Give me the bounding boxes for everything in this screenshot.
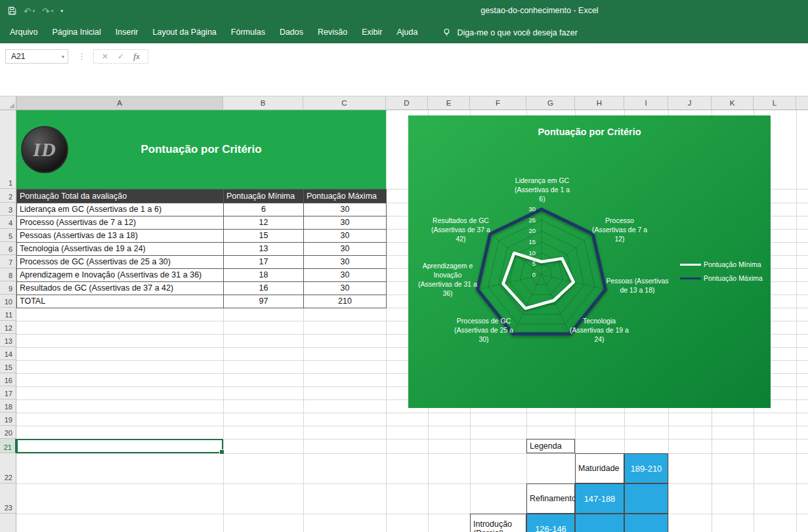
tell-me-box[interactable]: Diga-me o que você deseja fazer [442, 28, 577, 37]
cancel-icon[interactable]: ✕ [102, 52, 108, 61]
table-cell[interactable]: 15 [224, 230, 304, 243]
legend-level-label[interactable]: Introdução (Parcial) [470, 514, 526, 532]
table-header-cell[interactable]: Pontuação Mínima [224, 190, 304, 203]
fill-handle[interactable] [219, 449, 224, 455]
table-cell[interactable]: 18 [224, 269, 304, 282]
undo-button[interactable]: ↶ ▾ [24, 6, 35, 16]
legend-fill-cell[interactable] [624, 483, 668, 514]
row-header-5[interactable]: 5 [0, 229, 16, 242]
legend-level-range[interactable]: 147-188 [575, 483, 624, 514]
tab-pagina-inicial[interactable]: Página Inicial [45, 22, 108, 43]
legend-level-range[interactable]: 189-210 [624, 453, 668, 483]
row-header-6[interactable]: 6 [0, 242, 16, 255]
row-header-13[interactable]: 13 [0, 334, 16, 347]
row-header-3[interactable]: 3 [0, 203, 16, 216]
tab-exibir[interactable]: Exibir [354, 22, 389, 43]
table-cell[interactable]: Resultados de GC (Assertivas de 37 a 42) [17, 282, 224, 295]
column-header-B[interactable]: B [223, 96, 303, 110]
row-header-11[interactable]: 11 [0, 308, 16, 321]
column-header-H[interactable]: H [575, 96, 624, 110]
table-cell[interactable]: 30 [304, 230, 387, 243]
legend-level-label[interactable]: Maturidade [575, 453, 624, 483]
tab-arquivo[interactable]: Arquivo [3, 22, 45, 43]
table-cell[interactable]: Processos de GC (Assertivas de 25 a 30) [17, 256, 224, 269]
column-header-A[interactable]: A [16, 96, 223, 110]
row-header-15[interactable]: 15 [0, 360, 16, 373]
table-cell[interactable]: TOTAL [17, 295, 224, 308]
table-cell[interactable]: 17 [224, 256, 304, 269]
column-header-M[interactable]: M [796, 96, 808, 110]
row-header-23[interactable]: 23 [0, 483, 16, 514]
column-header-L[interactable]: L [754, 96, 796, 110]
tab-dados[interactable]: Dados [272, 22, 310, 43]
row-header-24[interactable]: 24 [0, 514, 16, 532]
redo-button[interactable]: ↷ ▾ [42, 6, 53, 16]
table-cell[interactable]: Processo (Assertivas de 7 a 12) [17, 216, 224, 230]
row-header-19[interactable]: 19 [0, 413, 16, 426]
table-cell[interactable]: 30 [304, 269, 387, 282]
column-header-J[interactable]: J [668, 96, 712, 110]
table-cell[interactable]: 30 [304, 243, 387, 256]
legend-fill-cell[interactable] [575, 514, 624, 532]
selected-cell-a21[interactable] [16, 439, 223, 453]
row-header-8[interactable]: 8 [0, 268, 16, 281]
column-header-D[interactable]: D [386, 96, 428, 110]
row-header-20[interactable]: 20 [0, 426, 16, 439]
column-header-I[interactable]: I [624, 96, 668, 110]
save-button[interactable] [8, 7, 16, 15]
column-header-G[interactable]: G [526, 96, 575, 110]
insert-function-icon[interactable]: fx [133, 51, 140, 62]
row-header-10[interactable]: 10 [0, 295, 16, 308]
tab-revisao[interactable]: Revisão [310, 22, 354, 43]
row-header-2[interactable]: 2 [0, 189, 16, 203]
row-header-16[interactable]: 16 [0, 373, 16, 386]
row-header-17[interactable]: 17 [0, 386, 16, 399]
row-header-1[interactable]: 1 [0, 110, 16, 189]
tab-inserir[interactable]: Inserir [108, 22, 146, 43]
spreadsheet-grid[interactable]: ABCDEFGHIJKLM 12345678910111213141516171… [0, 96, 808, 532]
row-header-21[interactable]: 21 [0, 439, 16, 453]
name-box-dropdown-icon[interactable]: ▾ [62, 54, 64, 60]
table-cell[interactable]: 30 [304, 282, 387, 295]
table-cell[interactable]: 30 [304, 203, 387, 216]
column-header-K[interactable]: K [712, 96, 754, 110]
table-cell[interactable]: 210 [304, 295, 387, 308]
legend-fill-cell[interactable] [624, 514, 668, 532]
column-header-C[interactable]: C [303, 96, 386, 110]
row-header-18[interactable]: 18 [0, 399, 16, 413]
table-cell[interactable]: 12 [224, 216, 304, 230]
row-header-12[interactable]: 12 [0, 321, 16, 334]
table-header-cell[interactable]: Pontuação Máxima [304, 190, 387, 203]
table-header-cell[interactable]: Pontuação Total da avaliação [17, 190, 224, 203]
row-header-9[interactable]: 9 [0, 281, 16, 295]
tab-formulas[interactable]: Fórmulas [224, 22, 272, 43]
table-cell[interactable]: 97 [224, 295, 304, 308]
radar-chart-object[interactable]: Pontuação por Critério051015202530Lidera… [408, 115, 771, 408]
legend-title-cell[interactable]: Legenda [526, 439, 575, 453]
customize-qat-button[interactable]: ▾ [61, 9, 64, 14]
legend-level-label[interactable]: Refinamento [526, 483, 575, 514]
legend-level-range[interactable]: 126-146 [526, 514, 575, 532]
formula-input[interactable] [168, 49, 798, 64]
table-cell[interactable]: Pessoas (Assertivas de 13 a 18) [17, 230, 224, 243]
enter-icon[interactable]: ✓ [117, 52, 124, 61]
name-box[interactable]: A21 ▾ [5, 49, 68, 64]
column-header-E[interactable]: E [428, 96, 470, 110]
table-cell[interactable]: 30 [304, 216, 387, 230]
row-header-4[interactable]: 4 [0, 216, 16, 229]
table-cell[interactable]: 16 [224, 282, 304, 295]
table-cell[interactable]: Liderança em GC (Assertivas de 1 a 6) [17, 203, 224, 216]
row-header-22[interactable]: 22 [0, 453, 16, 483]
table-cell[interactable]: 6 [224, 203, 304, 216]
table-cell[interactable]: Tecnologia (Assertivas de 19 a 24) [17, 243, 224, 256]
tab-layout-da-pagina[interactable]: Layout da Página [145, 22, 223, 43]
tab-ajuda[interactable]: Ajuda [389, 22, 425, 43]
row-header-14[interactable]: 14 [0, 347, 16, 360]
table-cell[interactable]: 30 [304, 256, 387, 269]
column-header-F[interactable]: F [470, 96, 526, 110]
svg-text:20: 20 [528, 227, 536, 234]
row-header-7[interactable]: 7 [0, 255, 16, 268]
select-all-corner[interactable] [0, 96, 16, 110]
table-cell[interactable]: Aprendizagem e Inovação (Assertivas de 3… [17, 269, 224, 282]
table-cell[interactable]: 13 [224, 243, 304, 256]
